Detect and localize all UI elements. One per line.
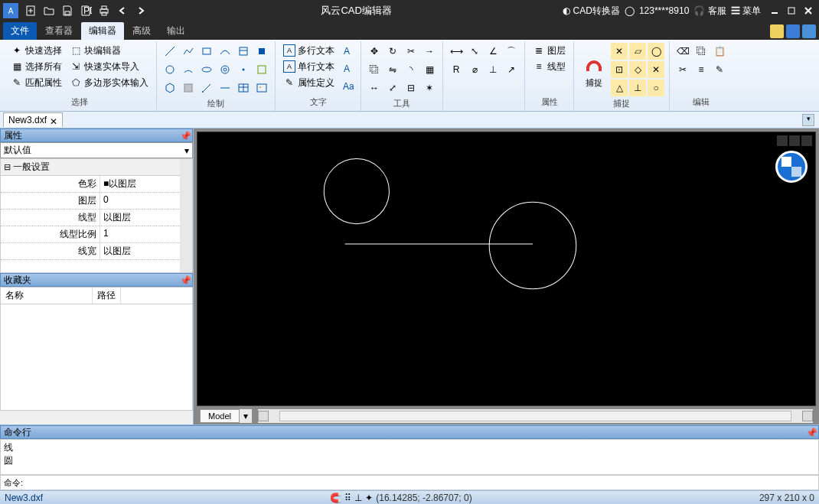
dim-radius-icon[interactable]: R bbox=[448, 61, 465, 78]
open-icon[interactable] bbox=[41, 2, 57, 19]
snap-mid-icon[interactable]: ▱ bbox=[629, 43, 646, 60]
select-all-button[interactable]: ▦选择所有 bbox=[8, 59, 65, 74]
view-cube-icon[interactable] bbox=[775, 151, 808, 183]
tool-stretch-icon[interactable]: ↔ bbox=[366, 80, 383, 96]
undo-icon[interactable] bbox=[114, 2, 131, 19]
saveas-icon[interactable]: PDF bbox=[77, 2, 94, 19]
snap-node-icon[interactable]: ⊡ bbox=[611, 61, 628, 78]
pin-icon[interactable]: 📌 bbox=[180, 275, 189, 285]
document-tab[interactable]: New3.dxf ✕ bbox=[3, 112, 63, 127]
status-grid-icon[interactable]: ⠿ bbox=[344, 493, 351, 503]
tab-output[interactable]: 输出 bbox=[159, 22, 193, 40]
tool-trim-icon[interactable]: ✂ bbox=[403, 43, 419, 60]
multiline-text-button[interactable]: A多行文本 bbox=[280, 43, 338, 58]
converter-link[interactable]: ◐ CAD转换器 bbox=[563, 5, 620, 18]
draw-3d-icon[interactable] bbox=[162, 80, 178, 96]
redo-icon[interactable] bbox=[132, 2, 149, 19]
fav-col-name[interactable]: 名称 bbox=[1, 288, 93, 304]
tool-array-icon[interactable]: ▦ bbox=[421, 61, 438, 78]
draw-table-icon[interactable] bbox=[235, 80, 252, 96]
canvas-dock-icon[interactable] bbox=[777, 135, 788, 146]
tool-theme-icon[interactable] bbox=[786, 24, 800, 38]
match-props-button[interactable]: ✎匹配属性 bbox=[8, 75, 65, 90]
fast-entity-import-button[interactable]: ⇲快速实体导入 bbox=[67, 59, 152, 74]
draw-polyline-icon[interactable] bbox=[180, 43, 197, 60]
command-history[interactable]: 线 圆 bbox=[0, 439, 819, 475]
draw-spline-icon[interactable] bbox=[217, 43, 233, 60]
edit-paste-icon[interactable]: 📋 bbox=[711, 43, 728, 60]
pin-icon[interactable]: 📌 bbox=[180, 131, 189, 140]
draw-region-icon[interactable] bbox=[180, 80, 197, 96]
draw-point-icon[interactable] bbox=[235, 61, 252, 78]
drawing-canvas[interactable] bbox=[197, 132, 816, 406]
status-ortho-icon[interactable]: ⊥ bbox=[354, 493, 362, 503]
properties-filter-dropdown[interactable]: 默认值▾ bbox=[0, 142, 193, 158]
snap-center-icon[interactable]: ◯ bbox=[648, 43, 664, 60]
layout-dropdown-icon[interactable]: ▾ bbox=[240, 411, 252, 421]
fav-col-path[interactable]: 路径 bbox=[93, 288, 121, 304]
draw-insert-icon[interactable] bbox=[253, 61, 270, 78]
tool-scale-icon[interactable]: ⤢ bbox=[384, 80, 401, 96]
tab-editor[interactable]: 编辑器 bbox=[81, 22, 124, 40]
snap-end-icon[interactable]: ✕ bbox=[611, 43, 628, 60]
singleline-text-button[interactable]: A单行文本 bbox=[280, 59, 338, 74]
draw-solid-icon[interactable] bbox=[253, 43, 270, 60]
draw-rect-icon[interactable] bbox=[198, 43, 215, 60]
snap-quad-icon[interactable]: ◇ bbox=[629, 61, 646, 78]
draw-hatch-icon[interactable] bbox=[235, 43, 252, 60]
draw-image-icon[interactable] bbox=[253, 80, 270, 96]
print-icon[interactable] bbox=[96, 2, 113, 19]
tool-rotate-icon[interactable]: ↻ bbox=[384, 43, 401, 60]
draw-arc-icon[interactable] bbox=[180, 61, 197, 78]
edit-copy-icon[interactable]: ⿻ bbox=[693, 43, 710, 60]
tool-copy-icon[interactable]: ⿻ bbox=[366, 61, 383, 78]
dim-ordinate-icon[interactable]: ⊥ bbox=[485, 61, 501, 78]
block-editor-button[interactable]: ⬚块编辑器 bbox=[67, 43, 152, 58]
prop-section-general[interactable]: ⊟ 一般设置 bbox=[1, 159, 192, 176]
close-tab-icon[interactable]: ✕ bbox=[50, 116, 57, 124]
quick-select-button[interactable]: ✦快速选择 bbox=[8, 43, 65, 58]
tool-extend-icon[interactable]: → bbox=[421, 43, 438, 60]
menu-link[interactable]: ☰ 菜单 bbox=[731, 5, 761, 18]
tab-file[interactable]: 文件 bbox=[3, 22, 37, 40]
attr-def-button[interactable]: ✎属性定义 bbox=[280, 75, 338, 90]
tool-fillet-icon[interactable]: ◝ bbox=[403, 61, 419, 78]
tool-help-icon[interactable] bbox=[802, 24, 816, 38]
tool-mirror-icon[interactable]: ⇋ bbox=[384, 61, 401, 78]
minimize-button[interactable] bbox=[767, 4, 782, 18]
draw-ellipse-icon[interactable] bbox=[198, 61, 215, 78]
status-polar-icon[interactable]: ✦ bbox=[365, 493, 373, 503]
layer-button[interactable]: ≣图层 bbox=[530, 43, 569, 58]
tool-break-icon[interactable]: ⊟ bbox=[403, 80, 419, 96]
tool-explode-icon[interactable]: ✶ bbox=[421, 80, 438, 96]
canvas-max-icon[interactable] bbox=[789, 135, 800, 146]
doc-tabs-dropdown-icon[interactable]: ▾ bbox=[802, 114, 814, 126]
command-input[interactable] bbox=[26, 478, 818, 487]
edit-props-icon[interactable]: ≡ bbox=[693, 61, 710, 78]
dim-leader-icon[interactable]: ↗ bbox=[503, 61, 520, 78]
user-avatar-icon[interactable]: ◯ bbox=[625, 5, 635, 16]
scroll-left-icon[interactable] bbox=[258, 411, 269, 421]
dim-aligned-icon[interactable]: ⤡ bbox=[466, 43, 483, 60]
text-style-icon[interactable]: A bbox=[339, 43, 356, 60]
pin-icon[interactable]: 📌 bbox=[806, 428, 815, 437]
status-snap-icon[interactable]: 🧲 bbox=[330, 493, 341, 503]
edit-erase-icon[interactable]: ⌫ bbox=[674, 43, 691, 60]
model-tab[interactable]: Model bbox=[200, 409, 240, 423]
draw-line-icon[interactable] bbox=[162, 43, 178, 60]
maximize-button[interactable] bbox=[784, 4, 799, 18]
snap-perp-icon[interactable]: ⊥ bbox=[629, 80, 646, 96]
snap-ins-icon[interactable]: △ bbox=[611, 80, 628, 96]
draw-circle-icon[interactable] bbox=[162, 61, 178, 78]
edit-cut-icon[interactable]: ✂ bbox=[674, 61, 691, 78]
draw-donut-icon[interactable] bbox=[217, 61, 233, 78]
scroll-right-icon[interactable] bbox=[802, 411, 813, 421]
draw-ray-icon[interactable] bbox=[198, 80, 215, 96]
service-link[interactable]: 🎧 客服 bbox=[693, 5, 726, 18]
snap-tan-icon[interactable]: ○ bbox=[648, 80, 664, 96]
properties-scrollbar[interactable] bbox=[180, 159, 192, 272]
edit-match-icon[interactable]: ✎ bbox=[711, 61, 728, 78]
new-icon[interactable] bbox=[22, 2, 39, 19]
snap-button[interactable]: 捕捉 bbox=[579, 43, 609, 96]
text-spell-icon[interactable]: Aa bbox=[339, 78, 356, 95]
